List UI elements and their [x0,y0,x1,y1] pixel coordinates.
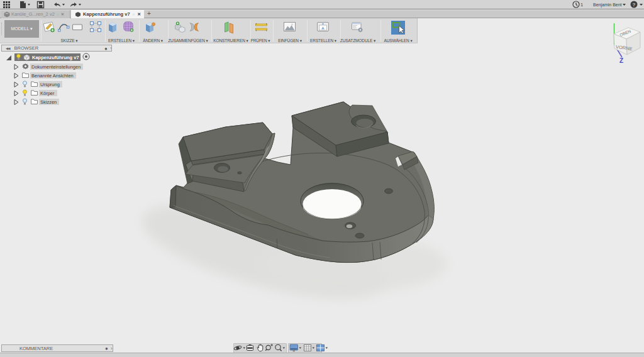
svg-text:Benjamin Bent: Benjamin Bent [593,3,622,8]
svg-text:1: 1 [580,2,583,8]
svg-text:Z: Z [619,57,623,64]
svg-text:?: ? [633,2,636,8]
